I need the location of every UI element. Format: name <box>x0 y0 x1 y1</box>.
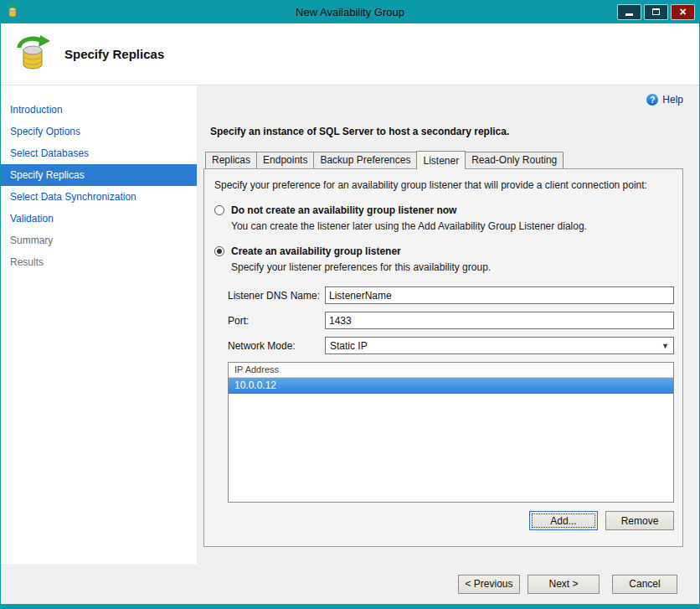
tab-replicas[interactable]: Replicas <box>205 152 257 168</box>
chevron-down-icon: ▼ <box>661 342 669 350</box>
window-border-bottom <box>1 604 699 609</box>
sidebar-item-select-databases[interactable]: Select Databases <box>1 142 197 164</box>
sidebar-item-results: Results <box>1 251 197 273</box>
radio-no-listener-description: You can create the listener later using … <box>231 220 674 232</box>
help-link[interactable]: ? Help <box>203 92 683 107</box>
minimize-icon <box>625 13 633 16</box>
title-bar: New Availability Group × <box>1 0 699 23</box>
port-label: Port: <box>228 315 325 327</box>
network-mode-select[interactable]: Static IP ▼ <box>325 337 674 354</box>
wizard-window: New Availability Group × Specify Replica… <box>0 0 700 609</box>
listener-tab-panel: Specify your preference for an availabil… <box>203 168 683 547</box>
network-mode-value: Static IP <box>330 340 368 352</box>
window-controls: × <box>617 4 699 20</box>
maximize-button[interactable] <box>644 4 668 20</box>
ip-address-column-header: IP Address <box>229 363 673 378</box>
help-icon: ? <box>646 94 658 106</box>
window-title: New Availability Group <box>1 6 699 18</box>
remove-button[interactable]: Remove <box>605 511 674 530</box>
tab-read-only-routing[interactable]: Read-Only Routing <box>465 152 564 168</box>
page-title: Specify Replicas <box>64 47 164 61</box>
dns-name-label: Listener DNS Name: <box>228 290 325 302</box>
availability-group-icon <box>13 34 53 75</box>
listener-intro-text: Specify your preference for an availabil… <box>214 179 674 191</box>
dns-name-input[interactable] <box>325 286 674 304</box>
wizard-header: Specify Replicas <box>1 23 699 85</box>
close-icon: × <box>679 5 686 18</box>
tab-backup-preferences[interactable]: Backup Preferences <box>313 152 417 168</box>
step-sidebar: Introduction Specify Options Select Data… <box>1 85 197 564</box>
wizard-body: Introduction Specify Options Select Data… <box>1 85 699 564</box>
radio-create-listener-description: Specify your listener preferences for th… <box>231 261 674 273</box>
port-input[interactable] <box>325 312 674 329</box>
help-label: Help <box>662 94 683 106</box>
cancel-button[interactable]: Cancel <box>612 575 677 594</box>
wizard-footer: < Previous Next > Cancel <box>1 564 699 604</box>
add-button[interactable]: Add... <box>529 511 598 530</box>
radio-no-listener[interactable] <box>214 205 224 215</box>
ip-address-list: IP Address 10.0.0.12 <box>228 362 674 503</box>
network-mode-label: Network Mode: <box>228 340 325 352</box>
next-button[interactable]: Next > <box>528 575 600 594</box>
maximize-icon <box>652 8 660 15</box>
ip-address-row[interactable]: 10.0.0.12 <box>229 378 673 394</box>
minimize-button[interactable] <box>617 4 641 20</box>
previous-button[interactable]: < Previous <box>458 575 520 594</box>
tab-strip: Replicas Endpoints Backup Preferences Li… <box>205 151 683 168</box>
radio-no-listener-label[interactable]: Do not create an availability group list… <box>231 204 456 216</box>
main-panel: ? Help Specify an instance of SQL Server… <box>197 85 699 564</box>
close-button[interactable]: × <box>671 4 695 20</box>
sidebar-item-summary: Summary <box>1 230 197 251</box>
sidebar-item-specify-replicas[interactable]: Specify Replicas <box>1 164 197 186</box>
instruction-text: Specify an instance of SQL Server to hos… <box>210 126 683 137</box>
sidebar-item-specify-options[interactable]: Specify Options <box>1 121 197 142</box>
sidebar-item-select-data-synchronization[interactable]: Select Data Synchronization <box>1 186 197 208</box>
tab-listener[interactable]: Listener <box>416 151 466 169</box>
sidebar-item-validation[interactable]: Validation <box>1 208 197 230</box>
radio-create-listener[interactable] <box>214 246 224 256</box>
sidebar-item-introduction[interactable]: Introduction <box>1 99 197 121</box>
radio-create-listener-label[interactable]: Create an availability group listener <box>231 245 401 257</box>
tab-endpoints[interactable]: Endpoints <box>256 152 314 168</box>
